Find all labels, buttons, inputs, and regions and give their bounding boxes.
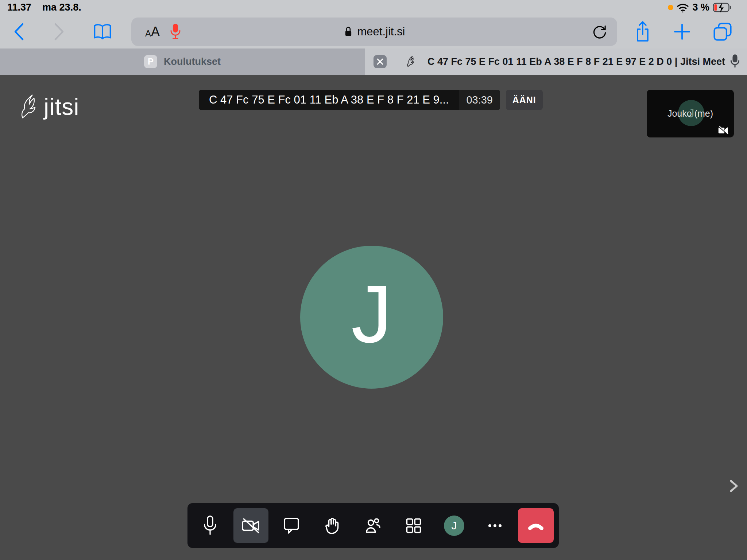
raise-hand-button[interactable] (315, 508, 350, 543)
battery-charging-icon (713, 2, 732, 13)
meeting-header: C 47 Fc 75 E Fc 01 11 Eb A 38 E F 8 F 21… (199, 90, 543, 110)
reload-button[interactable] (589, 18, 611, 46)
control-bar: J (187, 503, 559, 548)
camera-off-icon (718, 126, 729, 135)
url-field[interactable]: AA meet.jit.si (131, 18, 617, 46)
share-button[interactable] (632, 15, 654, 48)
meeting-stage: jitsi C 47 Fc 75 E Fc 01 11 Eb A 38 E F … (0, 75, 747, 560)
mic-in-use-indicator-icon (668, 5, 673, 10)
tab-koulutukset[interactable]: P Koulutukset (0, 48, 365, 75)
camera-toggle-button[interactable] (233, 508, 268, 543)
tabs-button[interactable] (711, 15, 734, 48)
audio-only-button[interactable]: ÄÄNI (506, 90, 543, 110)
date: ma 23.8. (42, 2, 81, 13)
tab-title: C 47 Fc 75 E Fc 01 11 Eb A 38 E F 8 F 21… (427, 56, 725, 67)
jitsi-favicon-icon (406, 55, 416, 68)
tile-view-button[interactable] (396, 508, 431, 543)
forward-button[interactable] (51, 15, 67, 48)
url-text: meet.jit.si (357, 25, 405, 38)
bookmarks-button[interactable] (92, 15, 113, 48)
tab-favicon-p: P (144, 55, 157, 68)
tab-bar: P Koulutukset C 47 Fc 75 E Fc 01 11 Eb A… (0, 48, 747, 75)
back-button[interactable] (11, 15, 27, 48)
tab-title: Koulutukset (164, 56, 221, 67)
participant-initial: J (351, 273, 392, 362)
new-tab-button[interactable] (672, 15, 692, 48)
tab-jitsi-meet[interactable]: C 47 Fc 75 E Fc 01 11 Eb A 38 E F 8 F 21… (365, 48, 747, 75)
browser-toolbar: AA meet.jit.si (0, 15, 747, 48)
clock: 11.37 (7, 2, 31, 13)
participant-avatar: J (300, 246, 443, 389)
jitsi-logo: jitsi (19, 93, 79, 121)
meeting-timer: 03:39 (459, 90, 500, 110)
mute-mic-button[interactable] (193, 508, 228, 543)
more-options-button[interactable] (477, 508, 512, 543)
profile-initial: J (452, 520, 457, 532)
chat-button[interactable] (274, 508, 309, 543)
browser-chrome: 11.37 ma 23.8. 3 % (0, 0, 747, 48)
filmstrip-toggle[interactable] (727, 478, 740, 494)
close-tab-button[interactable] (374, 55, 387, 68)
tab-mic-icon (729, 48, 740, 75)
wifi-icon (677, 2, 689, 13)
hangup-button[interactable] (518, 508, 554, 543)
profile-avatar: J (444, 516, 464, 536)
profile-avatar-button[interactable]: J (437, 508, 472, 543)
battery-percent: 3 % (692, 2, 709, 13)
lock-icon (344, 26, 353, 38)
status-bar: 11.37 ma 23.8. 3 % (0, 0, 747, 15)
meeting-subject: C 47 Fc 75 E Fc 01 11 Eb A 38 E F 8 F 21… (199, 90, 459, 110)
self-view-thumbnail[interactable]: J Jouko (me) (647, 90, 734, 137)
jitsi-brand-text: jitsi (44, 93, 79, 120)
jitsi-leaf-icon (19, 93, 40, 121)
participants-button[interactable] (355, 508, 390, 543)
meeting-subject-pill: C 47 Fc 75 E Fc 01 11 Eb A 38 E F 8 F 21… (199, 90, 500, 110)
